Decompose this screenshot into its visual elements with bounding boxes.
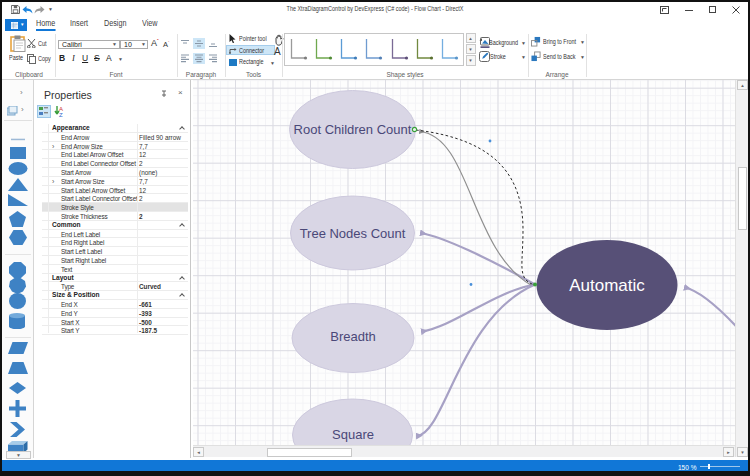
svg-text:Automatic: Automatic [569,276,645,295]
svg-text:Root Children Count: Root Children Count [294,122,412,137]
svg-text:Z: Z [59,112,63,117]
svg-text:Tree Nodes Count: Tree Nodes Count [300,226,406,241]
svg-text:Square: Square [332,427,374,442]
svg-text:Breadth: Breadth [330,329,376,344]
